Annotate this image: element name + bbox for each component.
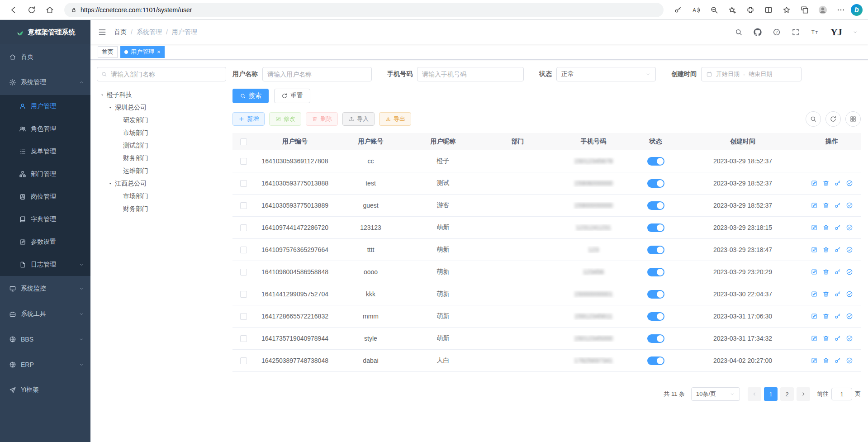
font-size-button[interactable]: TT [811,28,820,37]
edit-icon[interactable] [811,313,818,320]
column-settings-button[interactable] [845,111,861,127]
extensions-button[interactable] [742,2,759,18]
sidebar-item-param[interactable]: 参数设置 [0,231,90,253]
reset-password-icon[interactable] [834,202,841,209]
edit-icon[interactable] [811,202,818,209]
reset-password-icon[interactable] [834,224,841,231]
docs-help-button[interactable]: ? [773,28,781,36]
tree-node[interactable]: 财务部门 [97,203,226,215]
refresh-button[interactable] [24,2,40,18]
caret-down-icon[interactable] [108,181,113,186]
row-checkbox[interactable] [240,158,247,165]
sidebar-item-log[interactable]: 日志管理 [0,253,90,276]
status-toggle[interactable] [647,334,664,343]
assign-role-icon[interactable] [846,224,853,231]
assign-role-icon[interactable] [846,335,853,342]
reset-password-icon[interactable] [834,357,841,364]
chevron-down-icon[interactable] [853,29,858,35]
reset-password-icon[interactable] [834,246,841,253]
edit-icon[interactable] [811,180,818,187]
sidebar-item-dict[interactable]: 字典管理 [0,208,90,231]
select-all-checkbox[interactable] [240,138,247,145]
sidebar-item-role[interactable]: 角色管理 [0,118,90,140]
row-checkbox[interactable] [240,357,247,364]
header-search-button[interactable] [735,28,743,36]
page-button-2[interactable]: 2 [780,387,794,401]
page-button-1[interactable]: 1 [764,387,778,401]
delete-icon[interactable] [822,224,830,231]
edit-icon[interactable] [811,224,818,231]
status-toggle[interactable] [647,246,664,254]
fullscreen-button[interactable] [792,28,800,36]
zoom-button[interactable] [706,2,722,18]
delete-icon[interactable] [822,246,830,253]
reset-password-icon[interactable] [834,180,841,187]
edit-icon[interactable] [811,290,818,298]
reset-password-icon[interactable] [834,335,841,342]
status-toggle[interactable] [647,157,664,166]
edit-button[interactable]: 修改 [269,112,301,126]
home-button[interactable] [42,2,58,18]
app-logo[interactable]: 意框架管理系统 [0,20,90,44]
split-screen-button[interactable] [760,2,777,18]
edit-icon[interactable] [811,357,818,364]
reset-password-icon[interactable] [834,268,841,276]
favorites-button[interactable] [778,2,795,18]
tree-node[interactable]: 市场部门 [97,127,226,139]
collections-button[interactable] [797,2,813,18]
status-toggle[interactable] [647,290,664,299]
reset-button[interactable]: 重置 [274,89,310,103]
dept-search-input[interactable] [97,67,226,81]
assign-role-icon[interactable] [846,202,853,209]
add-favorite-button[interactable] [724,2,740,18]
delete-button[interactable]: 删除 [306,112,338,126]
status-toggle[interactable] [647,201,664,210]
sidebar-item-dept[interactable]: 部门管理 [0,163,90,185]
bing-chat-button[interactable]: b [851,4,863,16]
delete-icon[interactable] [822,290,830,298]
sidebar-item-menu[interactable]: 菜单管理 [0,140,90,163]
row-checkbox[interactable] [240,335,247,342]
tree-node[interactable]: 运维部门 [97,165,226,177]
sidebar-item-post[interactable]: 岗位管理 [0,185,90,208]
delete-icon[interactable] [822,335,830,342]
assign-role-icon[interactable] [846,290,853,298]
delete-icon[interactable] [822,202,830,209]
edit-icon[interactable] [811,268,818,276]
phone-input[interactable] [417,67,524,81]
toggle-search-button[interactable] [806,111,821,127]
github-button[interactable] [754,28,762,36]
breadcrumb-item-home[interactable]: 首页 [114,28,127,36]
delete-icon[interactable] [822,313,830,320]
assign-role-icon[interactable] [846,246,853,253]
tree-node[interactable]: 市场部门 [97,190,226,203]
tab-首页[interactable]: 首页 [98,46,118,58]
profile-button[interactable] [815,2,831,18]
username-input[interactable] [262,67,372,81]
page-size-select[interactable]: 10条/页 [691,387,740,401]
export-button[interactable]: 导出 [379,112,411,126]
delete-icon[interactable] [822,268,830,276]
status-toggle[interactable] [647,268,664,276]
caret-down-icon[interactable] [100,92,105,98]
assign-role-icon[interactable] [846,180,853,187]
tree-node[interactable]: 江西总公司 [97,177,226,190]
tree-node[interactable]: 橙子科技 [97,89,226,101]
status-toggle[interactable] [647,312,664,321]
sidebar-item-user[interactable]: 用户管理 [0,95,90,118]
import-button[interactable]: 导入 [342,112,375,126]
user-avatar-logo[interactable]: YJ [830,26,842,38]
edit-icon[interactable] [811,335,818,342]
assign-role-icon[interactable] [846,313,853,320]
browser-menu-button[interactable] [833,2,849,18]
next-page-button[interactable] [797,387,810,401]
sidebar-item-monitor[interactable]: 系统监控 [0,276,90,301]
sidebar-item-tools[interactable]: 系统工具 [0,301,90,327]
caret-down-icon[interactable] [108,105,113,110]
row-checkbox[interactable] [240,291,247,298]
row-checkbox[interactable] [240,269,247,276]
status-toggle[interactable] [647,356,664,365]
address-bar[interactable]: https://ccnetcore.com:1101/system/user [64,3,664,17]
prev-page-button[interactable] [748,387,761,401]
tree-node[interactable]: 测试部门 [97,139,226,152]
